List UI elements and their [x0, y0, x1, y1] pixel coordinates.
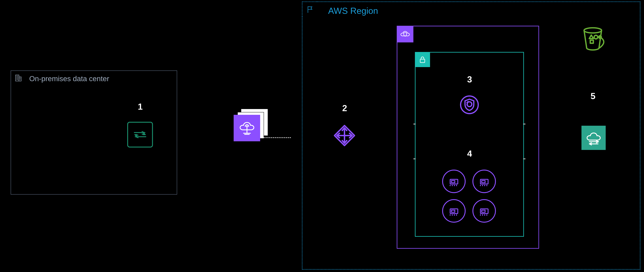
connector-line	[264, 137, 291, 138]
vpc-endpoint-icon	[333, 124, 356, 147]
mgn-shield-icon	[460, 95, 480, 115]
direct-connect-icon	[234, 112, 260, 141]
eni-group	[442, 170, 497, 223]
label-3: 3	[467, 74, 472, 84]
eni-icon	[442, 170, 466, 193]
aws-region-title: AWS Region	[328, 6, 378, 16]
label-5: 5	[590, 91, 596, 101]
eni-icon	[472, 199, 496, 223]
svg-rect-30	[452, 210, 455, 212]
svg-point-42	[594, 35, 598, 39]
label-2: 2	[342, 103, 347, 113]
svg-point-44	[599, 36, 601, 38]
label-1: 1	[138, 102, 143, 112]
label-4: 4	[467, 148, 472, 158]
svg-rect-24	[482, 180, 485, 183]
vpc-cloud-shield-icon	[397, 26, 414, 42]
s3-bucket-icon	[580, 26, 606, 52]
svg-rect-0	[16, 75, 19, 81]
svg-rect-43	[590, 40, 593, 43]
datasync-agent-icon	[127, 122, 153, 148]
flag-icon	[302, 2, 317, 17]
on-premises-title: On-premises data center	[29, 74, 109, 83]
svg-rect-36	[482, 210, 485, 212]
building-icon	[10, 70, 26, 86]
eni-icon	[472, 170, 496, 193]
eni-icon	[442, 199, 466, 223]
svg-point-41	[584, 28, 602, 33]
svg-rect-15	[420, 59, 425, 63]
svg-rect-18	[452, 180, 455, 183]
architecture-diagram: On-premises data center 1	[0, 0, 644, 272]
lock-icon	[415, 52, 430, 67]
datasync-cloud-icon	[582, 126, 606, 150]
